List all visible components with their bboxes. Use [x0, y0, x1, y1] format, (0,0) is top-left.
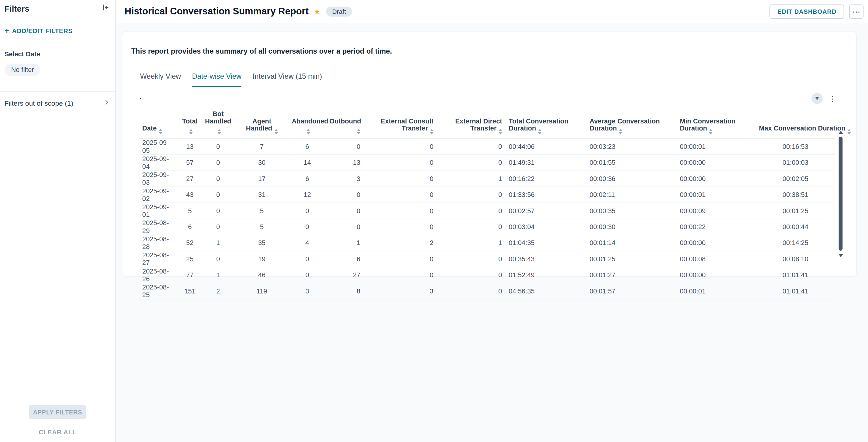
widget-menu-button[interactable]: ⋮	[828, 94, 838, 103]
table-cell: 0	[364, 139, 437, 155]
column-label: External Consult Transfer	[380, 117, 433, 132]
table-cell: 01:01:41	[755, 283, 835, 299]
table-cell: 0	[437, 155, 505, 170]
table-row: 2025-08-26771460270001:52:4900:01:2700:0…	[139, 267, 835, 283]
table-cell: 0	[364, 155, 437, 170]
scroll-down-arrow-icon[interactable]	[838, 254, 843, 257]
table-cell: 2025-09-04	[139, 155, 179, 170]
table-row: 2025-09-02430311200001:33:5600:02:1100:0…	[139, 187, 835, 203]
table-cell: 2025-09-01	[139, 203, 179, 219]
scroll-up-arrow-icon[interactable]	[838, 130, 843, 134]
favorite-star-icon[interactable]: ★	[314, 7, 321, 16]
table-row: 2025-09-01505000000:02:5700:00:3500:00:0…	[139, 203, 835, 219]
table-cell: 00:00:00	[677, 235, 755, 251]
status-badge: Draft	[326, 6, 352, 17]
scrollbar-thumb[interactable]	[839, 137, 843, 251]
sort-icon[interactable]	[275, 129, 278, 134]
table-cell: 1	[201, 235, 235, 251]
sort-icon[interactable]	[218, 129, 221, 134]
table-cell: 00:00:44	[755, 219, 835, 235]
filters-out-of-scope-row[interactable]: Filters out of scope (1)	[0, 91, 115, 115]
table-cell: 0	[437, 251, 505, 267]
no-filter-chip[interactable]: No filter	[4, 64, 40, 76]
page-title: Historical Conversation Summary Report	[125, 6, 309, 17]
table-cell: 19	[235, 251, 288, 267]
edit-dashboard-button[interactable]: EDIT DASHBOARD	[770, 4, 844, 19]
sort-icon[interactable]	[619, 129, 623, 134]
table-cell: 2	[364, 235, 437, 251]
column-header-bot-handled[interactable]: Bot Handled	[201, 108, 235, 138]
clear-all-button[interactable]: CLEAR ALL	[0, 429, 115, 436]
column-header-total-conversation-duration[interactable]: Total Conversation Duration	[505, 108, 586, 138]
column-header-average-conversation-duration[interactable]: Average Conversation Duration	[586, 108, 676, 138]
table-cell: 1	[437, 235, 505, 251]
column-header-abandoned[interactable]: Abandoned	[288, 108, 326, 138]
sort-icon[interactable]	[499, 129, 502, 134]
table-cell: 00:03:23	[586, 139, 676, 155]
column-header-max-conversation-duration[interactable]: Max Conversation Duration	[755, 108, 835, 138]
sort-icon[interactable]	[847, 129, 851, 134]
column-header-total[interactable]: Total	[179, 108, 201, 138]
table-cell: 00:02:57	[505, 203, 586, 219]
view-tabs: Weekly ViewDate-wise ViewInterval View (…	[131, 67, 847, 87]
sort-icon[interactable]	[538, 129, 542, 134]
column-header-external-direct-transfer[interactable]: External Direct Transfer	[437, 108, 505, 138]
table-row: 2025-09-0327017630100:16:2200:00:3600:00…	[139, 170, 835, 187]
table-cell: 2025-09-02	[139, 187, 179, 203]
table-cell: 30	[235, 155, 288, 170]
column-label: Abandoned	[292, 117, 328, 125]
tab-date-wise-view[interactable]: Date-wise View	[192, 67, 242, 87]
table-cell: 00:02:11	[586, 187, 676, 203]
table-cell: 35	[235, 235, 288, 251]
table-cell: 0	[364, 251, 437, 267]
table-cell: 0	[326, 203, 364, 219]
more-options-button[interactable]: ⋯	[849, 4, 863, 19]
collapse-sidebar-button[interactable]	[101, 3, 110, 14]
table-cell: 0	[437, 219, 505, 235]
table-row: 2025-08-2725019060000:35:4300:01:2500:00…	[139, 251, 835, 267]
table-cell: 2025-08-25	[139, 283, 179, 299]
main-area: Historical Conversation Summary Report ★…	[116, 0, 868, 442]
column-header-date[interactable]: Date	[139, 108, 179, 138]
table-cell: 00:00:01	[677, 283, 755, 299]
sort-icon[interactable]	[709, 129, 713, 134]
content-area: This report provides the summary of all …	[116, 23, 868, 442]
apply-filters-button[interactable]: APPLY FILTERS	[29, 405, 86, 419]
tab-weekly-view[interactable]: Weekly View	[140, 67, 181, 87]
column-header-outbound[interactable]: Outbound	[326, 108, 364, 138]
widget-filter-button[interactable]	[812, 93, 823, 104]
sort-icon[interactable]	[189, 129, 193, 134]
tab-interval-view-15-min[interactable]: Interval View (15 min)	[252, 67, 322, 87]
sort-icon[interactable]	[357, 129, 360, 134]
table-cell: 4	[288, 235, 326, 251]
table-cell: 00:01:25	[755, 203, 835, 219]
column-header-min-conversation-duration[interactable]: Min Conversation Duration	[677, 108, 755, 138]
table-cell: 2	[201, 283, 235, 299]
sort-icon[interactable]	[430, 129, 434, 134]
table-cell: 00:08:10	[755, 251, 835, 267]
column-label: Date	[142, 125, 157, 132]
table-scrollbar[interactable]	[838, 130, 843, 257]
table-cell: 3	[288, 283, 326, 299]
ellipsis-icon: ⋯	[852, 7, 860, 16]
table-cell: 0	[201, 155, 235, 170]
sort-icon[interactable]	[159, 129, 162, 134]
column-header-agent-handled[interactable]: Agent Handled	[235, 108, 288, 138]
add-edit-filters-button[interactable]: + ADD/EDIT FILTERS	[4, 27, 111, 35]
table-header-row: DateTotalBot HandledAgent HandledAbandon…	[139, 108, 835, 138]
table-cell: 00:01:55	[586, 155, 676, 170]
table-cell: 00:38:51	[755, 187, 835, 203]
filters-sidebar: Filters + ADD/EDIT FILTERS Select Date N…	[0, 0, 116, 442]
table-cell: 0	[437, 203, 505, 219]
table-cell: 2025-08-26	[139, 267, 179, 283]
column-header-external-consult-transfer[interactable]: External Consult Transfer	[364, 108, 437, 138]
table-cell: 27	[326, 267, 364, 283]
table-cell: 0	[437, 283, 505, 299]
filters-out-of-scope-label: Filters out of scope (1)	[4, 99, 73, 107]
table-cell: 00:00:01	[677, 187, 755, 203]
select-date-label: Select Date	[4, 50, 111, 58]
table-cell: 00:03:04	[505, 219, 586, 235]
table-cell: 0	[288, 267, 326, 283]
table-cell: 0	[437, 267, 505, 283]
sort-icon[interactable]	[307, 129, 310, 134]
